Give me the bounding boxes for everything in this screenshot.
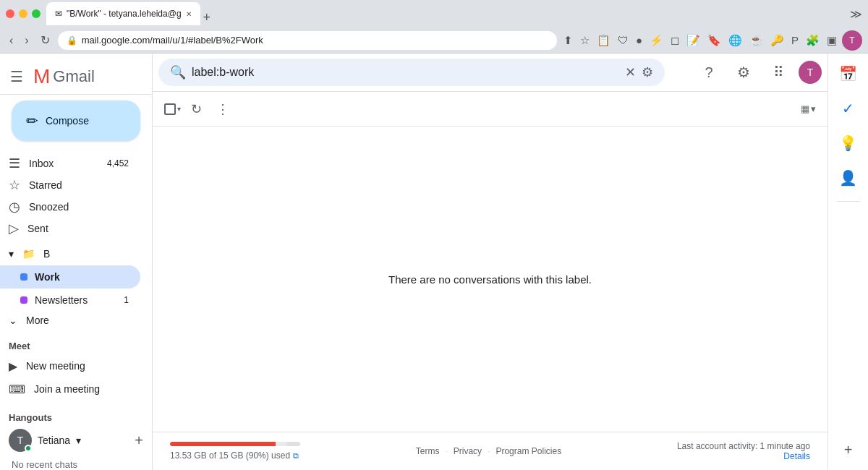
ext2-icon[interactable]: 🛡	[616, 32, 631, 48]
minimize-window-dot[interactable]	[19, 9, 27, 18]
sidebar-item-sent[interactable]: ▷ Sent	[0, 218, 140, 239]
gmail-top-bar: 🔍 label:b-work ✕ ⚙ ? ⚙ ⠿ T	[153, 54, 827, 92]
gmail-text-label: Gmail	[53, 67, 94, 86]
sidebar-item-new-meeting[interactable]: ▶ New meeting	[0, 354, 140, 377]
right-panel-add-icon[interactable]: +	[834, 435, 863, 464]
empty-state-message: There are no conversations with this lab…	[388, 273, 592, 286]
lock-icon: 🔒	[67, 35, 77, 46]
hangouts-arrow-icon[interactable]: ▾	[76, 435, 81, 446]
ext7-icon[interactable]: 🔖	[705, 32, 723, 49]
right-panel-keep-icon[interactable]: 💡	[834, 129, 863, 158]
ext5-icon[interactable]: ◻	[668, 32, 681, 49]
window-controls	[6, 9, 41, 18]
sent-label: Sent	[27, 223, 129, 234]
header-right-icons: ? ⚙ ⠿ T	[694, 58, 822, 87]
settings-button[interactable]: ⚙	[729, 58, 758, 87]
help-icon: ?	[705, 64, 712, 81]
tab-bar: ✉ "B/Work" - tetyana.leheida@g ✕ +	[46, 2, 844, 25]
new-tab-button[interactable]: +	[200, 10, 214, 25]
active-tab[interactable]: ✉ "B/Work" - tetyana.leheida@g ✕	[46, 2, 200, 25]
hangouts-empty-message: No recent chats	[0, 455, 152, 470]
storage-text-area: 13.53 GB of 15 GB (90%) used ⧉	[170, 450, 300, 461]
sidebar-item-inbox[interactable]: ☰ Inbox 4,452	[0, 153, 140, 174]
bookmark-icon[interactable]: ☆	[578, 32, 592, 49]
share-icon[interactable]: ⬆	[561, 32, 575, 49]
puzzle-icon[interactable]: 🧩	[804, 32, 822, 49]
ext10-icon[interactable]: 🔑	[768, 32, 786, 49]
browser-profile-avatar[interactable]: T	[842, 30, 862, 51]
more-options-button[interactable]: ⋮	[212, 98, 234, 120]
maximize-window-dot[interactable]	[32, 9, 41, 18]
user-avatar[interactable]: T	[799, 61, 822, 84]
select-all-checkbox[interactable]	[164, 103, 176, 115]
compose-button[interactable]: ✏ Compose	[12, 101, 140, 141]
search-input[interactable]: label:b-work	[192, 66, 619, 79]
sidebar-item-starred[interactable]: ☆ Starred	[0, 174, 140, 196]
storage-bar	[170, 442, 287, 446]
search-bar[interactable]: 🔍 label:b-work ✕ ⚙	[158, 59, 665, 86]
search-clear-icon[interactable]: ✕	[625, 64, 636, 80]
forward-button[interactable]: ›	[21, 33, 32, 48]
address-input[interactable]: 🔒 mail.google.com/mail/u/1/#label/B%2FWo…	[58, 31, 557, 50]
select-dropdown-chevron[interactable]: ▾	[177, 105, 181, 113]
reload-button[interactable]: ↻	[37, 32, 54, 48]
tab-favicon: ✉	[55, 9, 62, 19]
ext1-icon[interactable]: 📋	[595, 32, 613, 49]
email-toolbar: ▾ ↻ ⋮ ▦ ▾	[153, 92, 827, 127]
storage-usage-text: 13.53 GB of 15 GB (90%) used	[170, 450, 290, 461]
ext11-icon[interactable]: P	[789, 32, 801, 48]
browser-chrome: ✉ "B/Work" - tetyana.leheida@g ✕ + ≫	[0, 0, 868, 27]
label-b-parent[interactable]: ▾ 📁 B	[0, 242, 152, 265]
sidebar-item-more[interactable]: ⌄ More	[0, 312, 152, 329]
footer-sep-1: ·	[445, 446, 447, 456]
tab-close-button[interactable]: ✕	[186, 10, 192, 18]
activity-details-link[interactable]: Details	[677, 451, 810, 461]
sidebar-icon[interactable]: ▣	[825, 32, 839, 49]
close-window-dot[interactable]	[6, 9, 14, 18]
storage-manage-link[interactable]: ⧉	[293, 451, 299, 461]
apps-button[interactable]: ⠿	[764, 58, 793, 87]
hangouts-avatar[interactable]: T	[9, 429, 32, 452]
privacy-link[interactable]: Privacy	[454, 446, 482, 456]
footer-links: Terms · Privacy · Program Policies	[416, 446, 561, 456]
app-layout: ☰ M Gmail ✏ Compose ☰ Inbox 4,452 ☆ Star…	[0, 54, 868, 470]
right-panel-divider	[837, 201, 860, 202]
more-chevron-icon: ⌄	[9, 315, 17, 326]
right-panel-calendar-icon[interactable]: 📅	[834, 59, 863, 88]
program-policies-link[interactable]: Program Policies	[495, 446, 561, 456]
gmail-logo: M Gmail	[33, 65, 95, 88]
tab-title: "B/Work" - tetyana.leheida@g	[67, 9, 182, 19]
compose-label: Compose	[46, 115, 89, 127]
help-button[interactable]: ?	[694, 58, 723, 87]
layout-button[interactable]: ▦ ▾	[801, 103, 816, 114]
ext9-icon[interactable]: ☕	[747, 32, 765, 49]
hamburger-menu-icon[interactable]: ☰	[6, 64, 27, 90]
search-options-icon[interactable]: ⚙	[642, 64, 653, 80]
snoozed-icon: ◷	[9, 199, 20, 215]
ext3-icon[interactable]: ●	[634, 32, 644, 48]
hangouts-title: Hangouts	[0, 409, 152, 426]
sidebar-item-work[interactable]: Work	[0, 265, 140, 289]
layout-icon: ▦	[801, 103, 809, 114]
work-label-dot	[20, 273, 27, 281]
right-panel-contacts-icon[interactable]: 👤	[834, 163, 863, 192]
inbox-count: 4,452	[107, 158, 129, 168]
tab-more-icon[interactable]: ≫	[850, 7, 862, 21]
hangouts-add-icon[interactable]: +	[135, 432, 143, 449]
back-button[interactable]: ‹	[6, 33, 17, 48]
sidebar-item-join-meeting[interactable]: ⌨ Join a meeting	[0, 377, 140, 401]
storage-section: 13.53 GB of 15 GB (90%) used ⧉	[170, 442, 300, 461]
sidebar-item-newsletters[interactable]: Newsletters 1	[0, 289, 140, 312]
refresh-button[interactable]: ↻	[187, 98, 206, 120]
right-panel-tasks-icon[interactable]: ✓	[834, 94, 863, 123]
label-b-text: B	[43, 248, 50, 260]
search-icon: 🔍	[170, 64, 186, 80]
inbox-icon: ☰	[9, 155, 20, 171]
sidebar-item-snoozed[interactable]: ◷ Snoozed	[0, 196, 140, 218]
terms-link[interactable]: Terms	[416, 446, 440, 456]
ext4-icon[interactable]: ⚡	[647, 32, 665, 49]
ext8-icon[interactable]: 🌐	[726, 32, 744, 49]
ext6-icon[interactable]: 📝	[684, 32, 702, 49]
gmail-m-letter: M	[33, 65, 50, 88]
label-b-collapse-icon: ▾	[9, 248, 14, 260]
